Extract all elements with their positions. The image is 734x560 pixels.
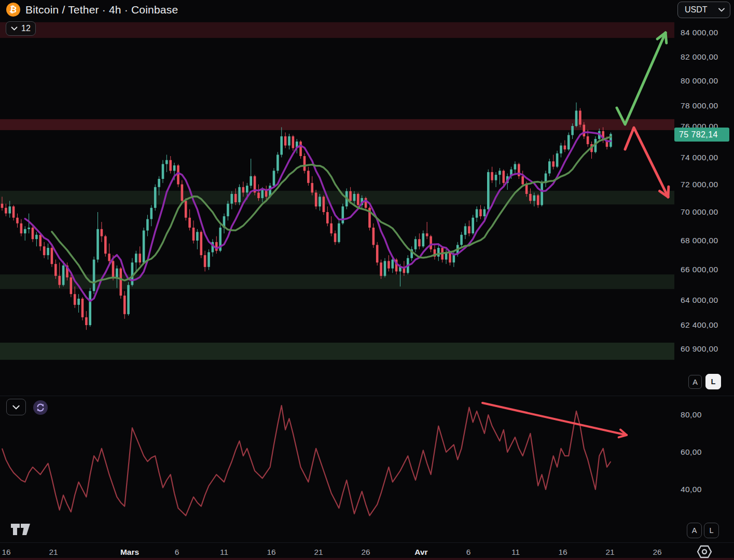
bearish-projection-arrow-head xyxy=(668,187,669,197)
price-axis-label: 82 000,00 xyxy=(681,52,718,62)
last-price-value: 75 782,14 xyxy=(679,130,718,139)
oscillator-line xyxy=(2,405,611,515)
price-axis-label: 62 400,00 xyxy=(681,320,718,330)
bottom-accent-strip xyxy=(0,558,734,560)
symbol-title[interactable]: Bitcoin / Tether · 4h · Coinbase xyxy=(25,4,178,16)
indicator-log-scale-button[interactable]: L xyxy=(704,523,719,538)
indicator-axis-label: 40,00 xyxy=(681,485,702,494)
price-axis-label: 78 000,00 xyxy=(681,101,718,110)
objects-tree-badge[interactable]: 12 xyxy=(6,21,36,36)
price-axis-label: 72 000,00 xyxy=(681,180,718,189)
time-axis-month-label: Mars xyxy=(120,548,139,557)
time-axis-label: 6 xyxy=(175,548,179,557)
time-axis-label: 16 xyxy=(558,548,567,557)
time-axis-divider xyxy=(0,542,734,543)
last-price-label: 75 782,14 xyxy=(674,128,729,142)
time-axis-label: 21 xyxy=(314,548,323,557)
time-axis-label: 6 xyxy=(466,548,471,557)
price-axis-label: 80 000,00 xyxy=(681,76,718,86)
chevron-down-icon xyxy=(12,405,20,410)
price-axis-label: 64 000,00 xyxy=(681,296,718,305)
currency-dropdown[interactable]: USDT xyxy=(677,2,730,18)
time-axis-label: 21 xyxy=(605,548,614,557)
bitcoin-logo-icon: ₿ xyxy=(5,2,21,17)
resistance-zone-top xyxy=(0,22,674,38)
tradingview-chart-window: ₿ Bitcoin / Tether · 4h · Coinbase USDT … xyxy=(0,0,734,560)
currency-dropdown-value: USDT xyxy=(685,5,708,15)
bullish-projection-arrow[interactable] xyxy=(617,33,666,124)
panes-settings-icon[interactable] xyxy=(696,544,713,559)
chevron-down-icon xyxy=(718,8,725,12)
refresh-icon xyxy=(36,403,45,412)
price-axis-label: 60 900,00 xyxy=(681,344,718,354)
indicator-collapse-button[interactable] xyxy=(6,399,26,415)
time-axis-month-label: Avr xyxy=(414,548,427,557)
time-axis-label: 26 xyxy=(653,548,661,557)
indicator-axis-label: 60,00 xyxy=(681,447,702,457)
pane-divider[interactable] xyxy=(0,396,734,396)
chart-canvas[interactable] xyxy=(0,0,734,560)
indicator-divergence-arrow-head xyxy=(619,435,627,437)
indicator-axis-label: 80,00 xyxy=(681,410,702,419)
chart-legend: ₿ Bitcoin / Tether · 4h · Coinbase xyxy=(6,3,178,17)
time-axis-label: 21 xyxy=(49,548,58,557)
support-zone-upper xyxy=(0,191,674,204)
bullish-projection-arrow-head xyxy=(666,33,667,43)
candlestick-series xyxy=(1,103,612,330)
price-axis-label: 68 000,00 xyxy=(681,236,718,245)
support-zone-lower xyxy=(0,343,674,360)
price-axis-label: 74 000,00 xyxy=(681,153,718,162)
objects-count: 12 xyxy=(21,24,31,33)
indicator-refresh-button[interactable] xyxy=(33,400,48,415)
time-axis-label: 11 xyxy=(220,548,228,557)
time-axis-label: 16 xyxy=(2,548,10,557)
price-axis-label: 70 000,00 xyxy=(681,207,718,217)
time-axis-label: 26 xyxy=(361,548,370,557)
log-scale-button[interactable]: L xyxy=(705,374,721,389)
price-axis-label: 84 000,00 xyxy=(681,28,718,37)
auto-scale-button[interactable]: A xyxy=(688,375,702,389)
time-axis-label: 16 xyxy=(267,548,275,557)
chevron-down-icon xyxy=(11,26,18,31)
time-axis-label: 11 xyxy=(511,548,520,557)
bearish-projection-arrow[interactable] xyxy=(625,128,668,197)
price-axis-label: 66 000,00 xyxy=(681,265,718,274)
indicator-auto-scale-button[interactable]: A xyxy=(687,523,702,538)
tradingview-logo-icon[interactable] xyxy=(10,523,32,536)
